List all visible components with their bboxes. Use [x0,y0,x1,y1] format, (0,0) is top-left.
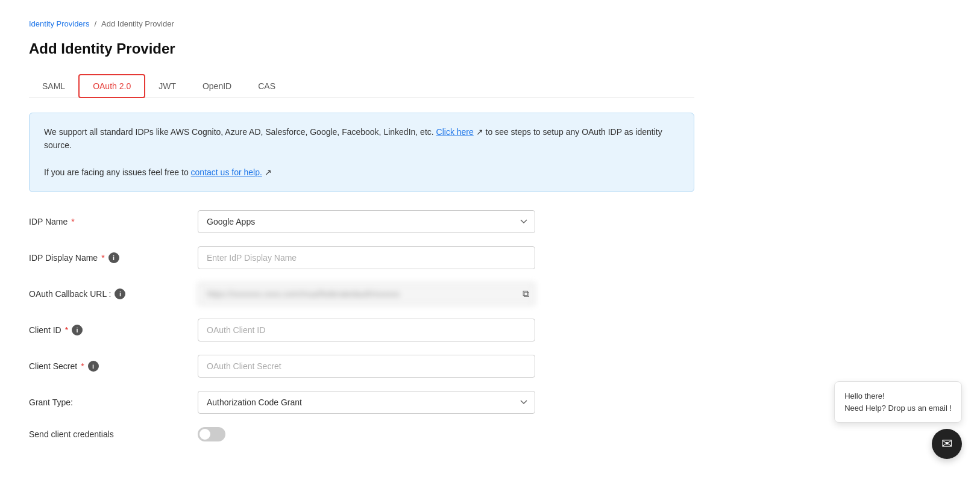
tab-oauth2[interactable]: OAuth 2.0 [78,74,145,98]
tab-saml[interactable]: SAML [29,75,78,97]
breadcrumb-identity-providers-link[interactable]: Identity Providers [29,19,89,28]
external-icon-1: ↗ [476,127,483,137]
oauth-callback-url-control: ⧉ [198,282,535,305]
external-icon-2: ↗ [265,167,272,177]
tab-bar: SAML OAuth 2.0 JWT OpenID CAS [29,74,694,98]
chat-tooltip: Hello there! Need Help? Drop us an email… [834,381,962,423]
info-banner-text3: If you are facing any issues feel free t… [44,167,191,177]
page-title: Add Identity Provider [29,40,694,57]
grant-type-control: Authorization Code Grant Implicit Grant … [198,391,535,414]
idp-name-label: IDP Name* [29,217,198,226]
tab-cas[interactable]: CAS [245,75,289,97]
client-secret-label: Client Secret* i [29,361,198,372]
idp-display-name-control [198,246,535,269]
toggle-slider [198,427,225,441]
client-id-control [198,319,535,341]
chat-tooltip-line2: Need Help? Drop us an email ! [844,402,952,414]
idp-name-select[interactable]: Google Apps [198,210,535,233]
idp-display-name-info-icon[interactable]: i [108,252,119,263]
idp-name-row: IDP Name* Google Apps [29,210,694,233]
copy-icon[interactable]: ⧉ [523,288,529,299]
oauth-callback-url-info-icon[interactable]: i [115,288,125,299]
oauth-callback-url-label: OAuth Callback URL : i [29,288,198,299]
chat-button[interactable]: ✉ [932,429,962,459]
send-client-credentials-row: Send client credentials [29,427,694,441]
oauth-callback-url-row: OAuth Callback URL : i ⧉ [29,282,694,305]
idp-name-control: Google Apps [198,210,535,233]
chat-widget: Hello there! Need Help? Drop us an email… [834,381,962,459]
client-secret-row: Client Secret* i [29,355,694,378]
oauth-form: IDP Name* Google Apps IDP Display Name* … [29,210,694,441]
client-secret-input[interactable] [198,355,535,378]
idp-display-name-row: IDP Display Name* i [29,246,694,269]
client-id-info-icon[interactable]: i [72,325,83,335]
send-client-credentials-toggle[interactable] [198,427,225,441]
tab-openid[interactable]: OpenID [189,75,245,97]
chat-tooltip-line1: Hello there! [844,390,952,402]
client-id-label: Client ID* i [29,325,198,335]
client-secret-info-icon[interactable]: i [88,361,99,372]
tab-jwt[interactable]: JWT [145,75,189,97]
send-client-credentials-label: Send client credentials [29,429,198,439]
send-client-credentials-control [198,427,535,441]
breadcrumb-current: Add Identity Provider [101,19,174,28]
breadcrumb: Identity Providers / Add Identity Provid… [29,19,694,28]
idp-display-name-input[interactable] [198,246,535,269]
click-here-link[interactable]: Click here [436,127,474,137]
oauth-callback-url-input [198,282,535,305]
client-secret-control [198,355,535,378]
client-id-row: Client ID* i [29,319,694,341]
grant-type-row: Grant Type: Authorization Code Grant Imp… [29,391,694,414]
breadcrumb-separator: / [94,19,96,28]
client-id-input[interactable] [198,319,535,341]
info-banner-text1: We support all standard IDPs like AWS Co… [44,127,434,137]
grant-type-label: Grant Type: [29,398,198,407]
idp-display-name-label: IDP Display Name* i [29,252,198,263]
grant-type-select[interactable]: Authorization Code Grant Implicit Grant … [198,391,535,414]
contact-us-link[interactable]: contact us for help. [191,167,262,177]
info-banner: We support all standard IDPs like AWS Co… [29,113,694,192]
